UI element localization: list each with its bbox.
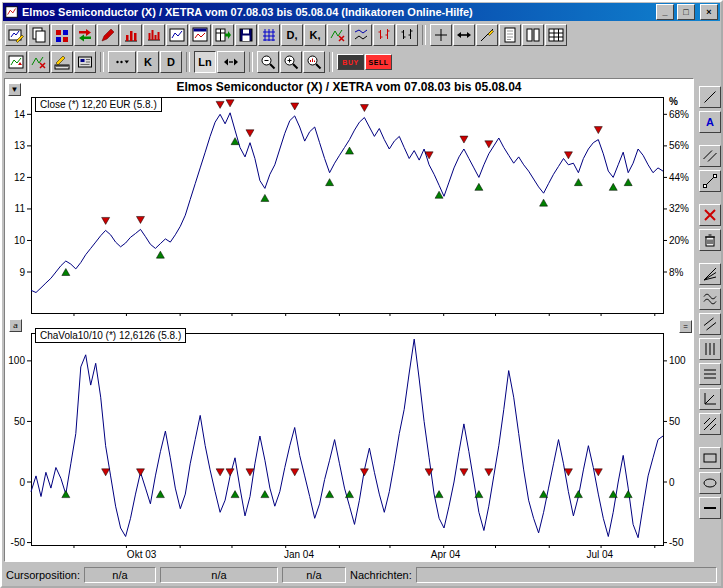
- wave-tool[interactable]: [699, 288, 721, 310]
- grid-button[interactable]: [258, 24, 280, 46]
- ellipse-icon: [702, 475, 718, 491]
- grid-icon: [261, 27, 277, 43]
- delete-all-tool[interactable]: [699, 229, 721, 251]
- properties-button[interactable]: [74, 51, 96, 73]
- toolbar-separator: [186, 52, 190, 72]
- crosshair-icon: [433, 27, 449, 43]
- signal-x-button[interactable]: [28, 51, 50, 73]
- buy-button[interactable]: BUY: [337, 54, 364, 70]
- draw-edit-icon: [54, 54, 70, 70]
- d-settings-button[interactable]: D,: [281, 24, 303, 46]
- copy-button[interactable]: [28, 24, 50, 46]
- line-handles-tool[interactable]: [699, 170, 721, 192]
- cursor-position-label: Cursorposition:: [6, 569, 80, 581]
- log-scale-button-label: Ln: [198, 57, 211, 68]
- zoom-range-button[interactable]: [303, 51, 325, 73]
- move-button[interactable]: [453, 24, 475, 46]
- zoom-out-icon: [260, 54, 276, 70]
- zoom-in-button[interactable]: [280, 51, 302, 73]
- chart-title: Elmos Semiconductor (X) / XETRA vom 07.0…: [5, 80, 693, 94]
- main-toolbar: D,K,: [5, 22, 567, 48]
- svg-text:Jul 04: Jul 04: [586, 549, 613, 560]
- candle-chart-button-label: K: [144, 57, 152, 68]
- svg-text:Apr 04: Apr 04: [431, 549, 461, 560]
- svg-text:10: 10: [14, 235, 26, 246]
- compress-dropdown[interactable]: [217, 51, 245, 73]
- line-chart-button[interactable]: [166, 24, 188, 46]
- bar-chart-button[interactable]: D: [160, 51, 182, 73]
- parallel-lines-tool[interactable]: [699, 145, 721, 167]
- mini-chart-icon: [8, 54, 24, 70]
- ohlc-button[interactable]: [396, 24, 418, 46]
- chart-area: Elmos Semiconductor (X) / XETRA vom 07.0…: [4, 78, 694, 562]
- marker-pen-button[interactable]: [97, 24, 119, 46]
- crosshatch-tool[interactable]: [699, 413, 721, 435]
- columns-button[interactable]: [522, 24, 544, 46]
- k-settings-button[interactable]: K,: [304, 24, 326, 46]
- color-tiles-button[interactable]: [51, 24, 73, 46]
- svg-text:14: 14: [14, 109, 26, 120]
- rectangle-tool[interactable]: [699, 447, 721, 469]
- buy-button-label: BUY: [342, 59, 358, 66]
- volume-bars-button[interactable]: [120, 24, 142, 46]
- horizontal-line-tool[interactable]: [699, 497, 721, 519]
- line-style-dropdown[interactable]: [108, 51, 136, 73]
- signal-x-icon: [31, 54, 47, 70]
- price-pane[interactable]: 1468%1356%1244%1132%1020%98%%: [5, 93, 693, 331]
- svg-text:8%: 8%: [669, 267, 684, 278]
- titlebar[interactable]: Elmos Semiconductor (X) / XETRA vom 07.0…: [3, 3, 720, 21]
- crosshair-button[interactable]: [430, 24, 452, 46]
- columns-icon: [525, 27, 541, 43]
- trend-line-tool[interactable]: [699, 86, 721, 108]
- sell-button[interactable]: SELL: [365, 54, 392, 70]
- hl-bars-button[interactable]: [373, 24, 395, 46]
- maximize-button[interactable]: □: [677, 4, 695, 20]
- chart-edit-icon: [8, 27, 24, 43]
- zoom-out-button[interactable]: [257, 51, 279, 73]
- chart-edit-button[interactable]: [5, 24, 27, 46]
- chart-window-icon: [192, 27, 208, 43]
- vertical-grid-tool[interactable]: [699, 338, 721, 360]
- draw-edit-button[interactable]: [51, 51, 73, 73]
- trendline-button[interactable]: [476, 24, 498, 46]
- delete-object-tool[interactable]: [699, 204, 721, 226]
- sell-button-label: SELL: [369, 59, 389, 66]
- indicator-legend[interactable]: ChaVola10/10 (*) 12,6126 (5.8.): [35, 328, 186, 343]
- horizontal-grid-tool[interactable]: [699, 363, 721, 385]
- svg-text:0: 0: [19, 477, 25, 488]
- gann-angle-tool[interactable]: [699, 388, 721, 410]
- signals-button[interactable]: [327, 24, 349, 46]
- histogram-icon: [146, 27, 162, 43]
- svg-text:100: 100: [8, 355, 25, 366]
- vertical-grid-icon: [702, 341, 718, 357]
- copy-icon: [31, 27, 47, 43]
- compare-button[interactable]: [350, 24, 372, 46]
- histogram-button[interactable]: [143, 24, 165, 46]
- price-legend[interactable]: Close (*) 12,20 EUR (5.8.): [35, 97, 162, 112]
- svg-text:32%: 32%: [669, 203, 689, 214]
- close-button[interactable]: ×: [700, 4, 718, 20]
- svg-text:12: 12: [14, 172, 26, 183]
- compress-icon: [223, 54, 239, 70]
- save-chart-button[interactable]: [235, 24, 257, 46]
- candle-chart-button[interactable]: K: [137, 51, 159, 73]
- indicator-pane[interactable]: 100100505000-50-50Okt 03Jan 04Apr 04Jul …: [5, 331, 693, 560]
- chart-window-button[interactable]: [189, 24, 211, 46]
- log-scale-button[interactable]: Ln: [194, 51, 216, 73]
- ohlc-icon: [399, 27, 415, 43]
- fibonacci-fan-tool[interactable]: [699, 263, 721, 285]
- ellipse-tool[interactable]: [699, 472, 721, 494]
- table-button[interactable]: [545, 24, 567, 46]
- quote-table-button[interactable]: [212, 24, 234, 46]
- channel-tool[interactable]: [699, 313, 721, 335]
- minimize-button[interactable]: _: [656, 4, 674, 20]
- toolbar-separator: [329, 52, 333, 72]
- notes-button[interactable]: [499, 24, 521, 46]
- save-chart-icon: [238, 27, 254, 43]
- text-tool[interactable]: A: [699, 111, 721, 133]
- drawing-toolbar: A: [697, 86, 723, 519]
- app-window: Elmos Semiconductor (X) / XETRA vom 07.0…: [0, 0, 723, 588]
- delete-all-icon: [702, 232, 718, 248]
- mini-chart-button[interactable]: [5, 51, 27, 73]
- transfer-button[interactable]: [74, 24, 96, 46]
